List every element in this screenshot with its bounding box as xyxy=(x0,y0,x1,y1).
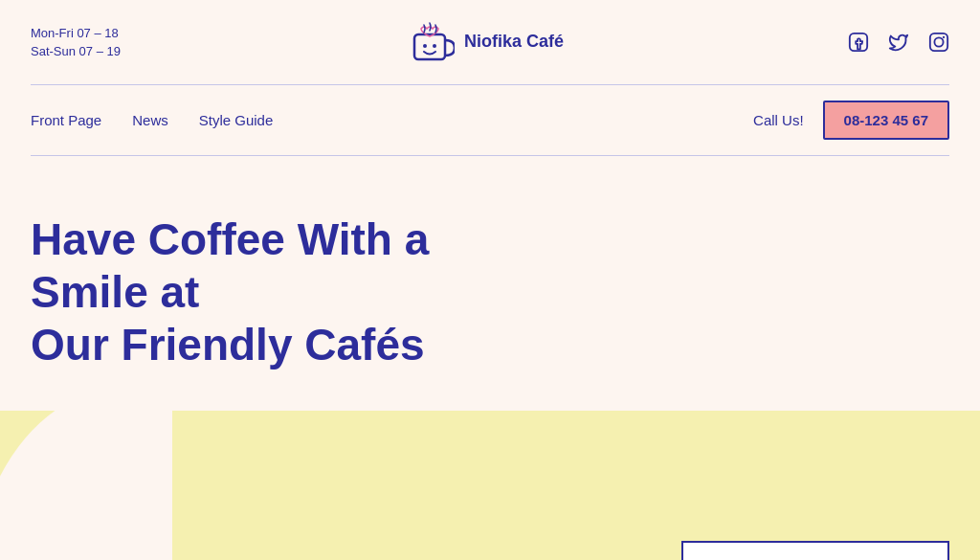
logo[interactable]: Niofika Café xyxy=(405,17,564,67)
nav-links: Front Page News Style Guide xyxy=(31,112,273,128)
nav-front-page[interactable]: Front Page xyxy=(31,112,101,128)
nav-bar: Front Page News Style Guide Call Us! 08-… xyxy=(0,85,980,155)
call-button[interactable]: 08-123 45 67 xyxy=(823,101,949,140)
twitter-icon[interactable] xyxy=(888,32,909,53)
hours: Mon-Fri 07 – 18 Sat-Sun 07 – 19 xyxy=(31,24,121,61)
white-curve xyxy=(0,411,172,560)
social-icons xyxy=(848,32,949,53)
svg-point-5 xyxy=(934,37,943,46)
nav-right: Call Us! 08-123 45 67 xyxy=(753,101,949,140)
logo-text: Niofika Café xyxy=(464,31,564,53)
nav-news[interactable]: News xyxy=(132,112,168,128)
call-us-label: Call Us! xyxy=(753,112,804,128)
hero-title: Have Coffee With a Smile at Our Friendly… xyxy=(31,213,528,372)
hero-title-line2: Our Friendly Cafés xyxy=(31,320,425,370)
hero-title-line1: Have Coffee With a Smile at xyxy=(31,214,429,317)
hours-weekday: Mon-Fri 07 – 18 xyxy=(31,24,121,43)
svg-point-6 xyxy=(943,36,945,38)
hero-section: Have Coffee With a Smile at Our Friendly… xyxy=(0,156,980,411)
top-bar: Mon-Fri 07 – 18 Sat-Sun 07 – 19 Niofika … xyxy=(0,0,980,84)
instagram-icon[interactable] xyxy=(928,32,949,53)
logo-icon xyxy=(405,17,455,67)
welcome-card: YOU'RE WELCOME AT... xyxy=(681,541,949,560)
facebook-icon[interactable] xyxy=(848,32,869,53)
nav-style-guide[interactable]: Style Guide xyxy=(199,112,274,128)
svg-rect-0 xyxy=(414,34,445,59)
svg-rect-4 xyxy=(930,34,947,51)
svg-point-2 xyxy=(433,44,436,48)
svg-point-1 xyxy=(423,44,427,48)
yellow-section: YOU'RE WELCOME AT... xyxy=(0,411,980,560)
hours-weekend: Sat-Sun 07 – 19 xyxy=(31,42,121,61)
